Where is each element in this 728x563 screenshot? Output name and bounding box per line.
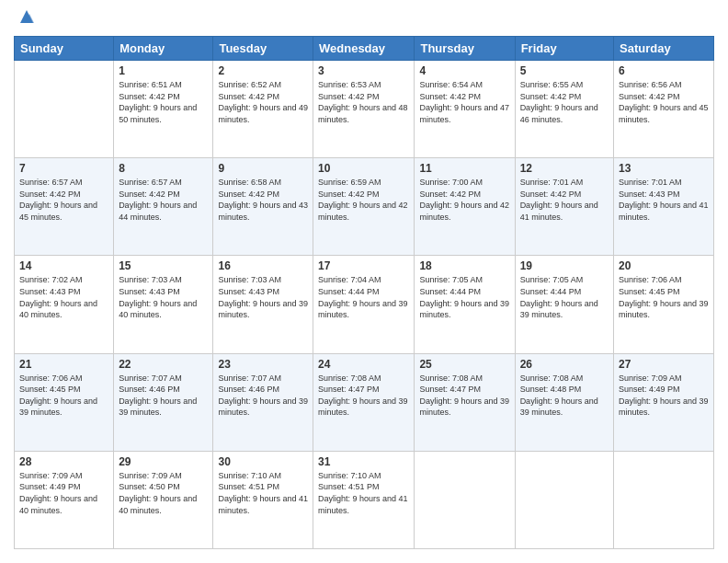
calendar-cell: 2Sunrise: 6:52 AMSunset: 4:42 PMDaylight…	[213, 61, 313, 158]
cell-info: Sunrise: 7:07 AMSunset: 4:46 PMDaylight:…	[218, 373, 308, 419]
cell-info: Sunrise: 6:53 AMSunset: 4:42 PMDaylight:…	[318, 79, 409, 125]
day-number: 15	[119, 259, 208, 272]
weekday-saturday: Saturday	[614, 37, 714, 61]
day-number: 28	[19, 455, 108, 468]
calendar-cell	[415, 451, 515, 548]
calendar-page: SundayMondayTuesdayWednesdayThursdayFrid…	[0, 0, 728, 563]
calendar-cell: 31Sunrise: 7:10 AMSunset: 4:51 PMDayligh…	[313, 451, 415, 548]
day-number: 27	[619, 358, 709, 371]
day-number: 12	[520, 162, 609, 175]
calendar-cell: 23Sunrise: 7:07 AMSunset: 4:46 PMDayligh…	[213, 353, 313, 451]
cell-info: Sunrise: 6:58 AMSunset: 4:42 PMDaylight:…	[218, 177, 308, 223]
cell-info: Sunrise: 6:57 AMSunset: 4:42 PMDaylight:…	[119, 177, 208, 223]
day-number: 14	[19, 259, 108, 272]
calendar-cell: 20Sunrise: 7:06 AMSunset: 4:45 PMDayligh…	[614, 256, 714, 353]
day-number: 22	[119, 358, 208, 371]
weekday-header-row: SundayMondayTuesdayWednesdayThursdayFrid…	[15, 37, 714, 61]
cell-info: Sunrise: 7:08 AMSunset: 4:47 PMDaylight:…	[419, 373, 509, 419]
calendar-cell: 24Sunrise: 7:08 AMSunset: 4:47 PMDayligh…	[313, 353, 415, 451]
calendar-cell: 10Sunrise: 6:59 AMSunset: 4:42 PMDayligh…	[313, 158, 415, 256]
calendar-cell: 21Sunrise: 7:06 AMSunset: 4:45 PMDayligh…	[15, 353, 114, 451]
day-number: 21	[19, 358, 108, 371]
cell-info: Sunrise: 7:02 AMSunset: 4:43 PMDaylight:…	[19, 274, 108, 320]
day-number: 17	[318, 259, 409, 272]
day-number: 6	[619, 64, 709, 77]
day-number: 7	[19, 162, 108, 175]
calendar-cell: 22Sunrise: 7:07 AMSunset: 4:46 PMDayligh…	[114, 353, 213, 451]
day-number: 23	[218, 358, 308, 371]
day-number: 13	[619, 162, 709, 175]
calendar-cell: 8Sunrise: 6:57 AMSunset: 4:42 PMDaylight…	[114, 158, 213, 256]
day-number: 4	[419, 64, 509, 77]
calendar-cell: 14Sunrise: 7:02 AMSunset: 4:43 PMDayligh…	[15, 256, 114, 353]
calendar-cell: 6Sunrise: 6:56 AMSunset: 4:42 PMDaylight…	[614, 61, 714, 158]
day-number: 16	[218, 259, 308, 272]
day-number: 11	[419, 162, 509, 175]
cell-info: Sunrise: 7:08 AMSunset: 4:47 PMDaylight:…	[318, 373, 409, 419]
day-number: 9	[218, 162, 308, 175]
logo-icon	[17, 6, 37, 27]
cell-info: Sunrise: 7:03 AMSunset: 4:43 PMDaylight:…	[119, 274, 208, 320]
calendar-cell: 16Sunrise: 7:03 AMSunset: 4:43 PMDayligh…	[213, 256, 313, 353]
cell-info: Sunrise: 7:03 AMSunset: 4:43 PMDaylight:…	[218, 274, 308, 320]
cell-info: Sunrise: 7:08 AMSunset: 4:48 PMDaylight:…	[520, 373, 609, 419]
calendar-cell: 9Sunrise: 6:58 AMSunset: 4:42 PMDaylight…	[213, 158, 313, 256]
cell-info: Sunrise: 7:00 AMSunset: 4:42 PMDaylight:…	[419, 177, 509, 223]
calendar-cell: 13Sunrise: 7:01 AMSunset: 4:43 PMDayligh…	[614, 158, 714, 256]
cell-info: Sunrise: 6:51 AMSunset: 4:42 PMDaylight:…	[119, 79, 208, 125]
day-number: 26	[520, 358, 609, 371]
calendar-cell: 4Sunrise: 6:54 AMSunset: 4:42 PMDaylight…	[415, 61, 515, 158]
calendar-cell: 15Sunrise: 7:03 AMSunset: 4:43 PMDayligh…	[114, 256, 213, 353]
calendar-cell: 28Sunrise: 7:09 AMSunset: 4:49 PMDayligh…	[15, 451, 114, 548]
day-number: 31	[318, 455, 409, 468]
week-row-2: 7Sunrise: 6:57 AMSunset: 4:42 PMDaylight…	[15, 158, 714, 256]
week-row-5: 28Sunrise: 7:09 AMSunset: 4:49 PMDayligh…	[15, 451, 714, 548]
weekday-thursday: Thursday	[415, 37, 515, 61]
calendar-cell: 3Sunrise: 6:53 AMSunset: 4:42 PMDaylight…	[313, 61, 415, 158]
calendar-cell: 19Sunrise: 7:05 AMSunset: 4:44 PMDayligh…	[515, 256, 613, 353]
day-number: 25	[419, 358, 509, 371]
day-number: 1	[119, 64, 208, 77]
cell-info: Sunrise: 7:01 AMSunset: 4:43 PMDaylight:…	[619, 177, 709, 223]
calendar-cell: 12Sunrise: 7:01 AMSunset: 4:42 PMDayligh…	[515, 158, 613, 256]
day-number: 24	[318, 358, 409, 371]
day-number: 10	[318, 162, 409, 175]
cell-info: Sunrise: 7:04 AMSunset: 4:44 PMDaylight:…	[318, 274, 409, 320]
cell-info: Sunrise: 6:57 AMSunset: 4:42 PMDaylight:…	[19, 177, 108, 223]
day-number: 19	[520, 259, 609, 272]
cell-info: Sunrise: 7:07 AMSunset: 4:46 PMDaylight:…	[119, 373, 208, 419]
calendar-cell: 7Sunrise: 6:57 AMSunset: 4:42 PMDaylight…	[15, 158, 114, 256]
cell-info: Sunrise: 6:56 AMSunset: 4:42 PMDaylight:…	[619, 79, 709, 125]
day-number: 20	[619, 259, 709, 272]
day-number: 5	[520, 64, 609, 77]
calendar-cell: 11Sunrise: 7:00 AMSunset: 4:42 PMDayligh…	[415, 158, 515, 256]
cell-info: Sunrise: 7:06 AMSunset: 4:45 PMDaylight:…	[19, 373, 108, 419]
cell-info: Sunrise: 7:10 AMSunset: 4:51 PMDaylight:…	[218, 470, 308, 516]
calendar-cell	[515, 451, 613, 548]
week-row-4: 21Sunrise: 7:06 AMSunset: 4:45 PMDayligh…	[15, 353, 714, 451]
weekday-tuesday: Tuesday	[213, 37, 313, 61]
day-number: 29	[119, 455, 208, 468]
cell-info: Sunrise: 6:59 AMSunset: 4:42 PMDaylight:…	[318, 177, 409, 223]
cell-info: Sunrise: 6:54 AMSunset: 4:42 PMDaylight:…	[419, 79, 509, 125]
cell-info: Sunrise: 7:06 AMSunset: 4:45 PMDaylight:…	[619, 274, 709, 320]
calendar-cell: 25Sunrise: 7:08 AMSunset: 4:47 PMDayligh…	[415, 353, 515, 451]
calendar-cell: 30Sunrise: 7:10 AMSunset: 4:51 PMDayligh…	[213, 451, 313, 548]
calendar-cell: 1Sunrise: 6:51 AMSunset: 4:42 PMDaylight…	[114, 61, 213, 158]
week-row-3: 14Sunrise: 7:02 AMSunset: 4:43 PMDayligh…	[15, 256, 714, 353]
day-number: 3	[318, 64, 409, 77]
cell-info: Sunrise: 7:09 AMSunset: 4:49 PMDaylight:…	[19, 470, 108, 516]
cell-info: Sunrise: 6:55 AMSunset: 4:42 PMDaylight:…	[520, 79, 609, 125]
weekday-sunday: Sunday	[15, 37, 114, 61]
week-row-1: 1Sunrise: 6:51 AMSunset: 4:42 PMDaylight…	[15, 61, 714, 158]
cell-info: Sunrise: 7:09 AMSunset: 4:50 PMDaylight:…	[119, 470, 208, 516]
calendar-cell: 5Sunrise: 6:55 AMSunset: 4:42 PMDaylight…	[515, 61, 613, 158]
cell-info: Sunrise: 7:05 AMSunset: 4:44 PMDaylight:…	[520, 274, 609, 320]
calendar-cell: 27Sunrise: 7:09 AMSunset: 4:49 PMDayligh…	[614, 353, 714, 451]
day-number: 18	[419, 259, 509, 272]
weekday-friday: Friday	[515, 37, 613, 61]
day-number: 8	[119, 162, 208, 175]
calendar-cell: 26Sunrise: 7:08 AMSunset: 4:48 PMDayligh…	[515, 353, 613, 451]
calendar-cell	[15, 61, 114, 158]
calendar-cell: 18Sunrise: 7:05 AMSunset: 4:44 PMDayligh…	[415, 256, 515, 353]
